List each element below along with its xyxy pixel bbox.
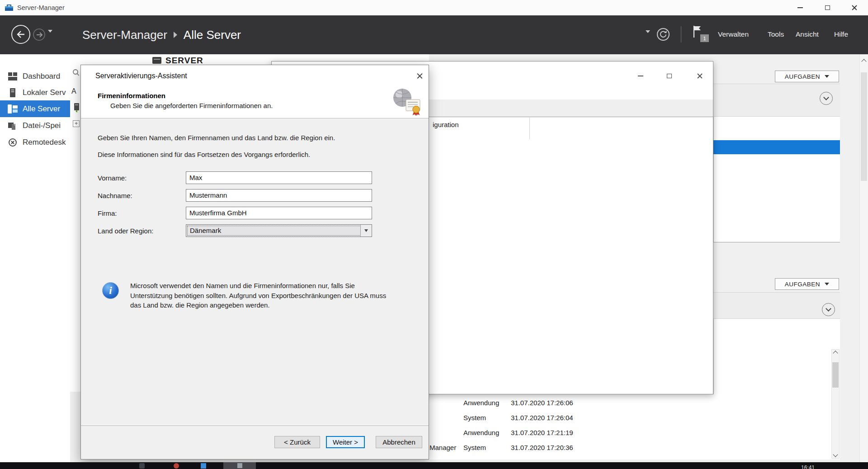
- server-heading-icon: [152, 57, 161, 64]
- chevron-up-icon: [861, 59, 866, 64]
- maximize-icon: [825, 5, 830, 10]
- breadcrumb-separator-icon: [174, 32, 177, 38]
- search-icon: [72, 69, 80, 79]
- scrollbar-thumb[interactable]: [861, 72, 867, 181]
- event-timestamp: 31.07.2020 17:21:19: [511, 429, 573, 437]
- minimize-icon: [797, 7, 803, 8]
- menu-ansicht[interactable]: Ansicht: [796, 30, 819, 39]
- info-text-line: das Land bzw. die Region angegeben werde…: [130, 300, 401, 310]
- tasks-button-label: AUFGABEN: [785, 73, 820, 80]
- tasks-button-lower[interactable]: AUFGABEN: [775, 278, 839, 290]
- selected-server-row[interactable]: [713, 140, 840, 154]
- chevron-down-icon: [364, 229, 368, 232]
- combo-dropdown-button[interactable]: [360, 225, 372, 237]
- sidebar-item-dashboard[interactable]: Dashboard: [0, 68, 70, 85]
- sidebar-item-label: Lokaler Serv: [23, 88, 66, 97]
- back-button[interactable]: [11, 25, 30, 44]
- event-timestamp: 31.07.2020 17:26:04: [511, 414, 573, 422]
- taskbar-app-icon[interactable]: [139, 463, 145, 469]
- events-panel-right: [713, 319, 840, 394]
- tasks-button-upper[interactable]: AUFGABEN: [775, 71, 839, 82]
- sidebar-item-remotedesktopdienste[interactable]: Remotedesk: [0, 134, 70, 151]
- forward-button[interactable]: [33, 28, 45, 41]
- refresh-button[interactable]: [656, 28, 670, 43]
- sidebar-item-label: Dashboard: [23, 72, 60, 81]
- dialog-heading: Firmeninformationen: [98, 92, 165, 99]
- event-prefix: Manager: [429, 444, 456, 452]
- taskbar-app-icon[interactable]: [174, 463, 179, 469]
- menu-verwalten[interactable]: Verwalten: [718, 30, 749, 39]
- breadcrumb: Server-Manager Alle Server: [82, 15, 241, 54]
- scroll-up-button[interactable]: [860, 54, 868, 63]
- panel-header-upper: [713, 84, 840, 117]
- scroll-down-button[interactable]: [832, 453, 839, 458]
- close-icon: [851, 5, 858, 11]
- minimize-button[interactable]: [633, 70, 648, 82]
- taskbar-clock[interactable]: 16:41: [801, 464, 815, 469]
- event-timestamp: 31.07.2020 17:26:06: [511, 399, 573, 407]
- scrollbar-thumb[interactable]: [832, 362, 839, 388]
- server-section-heading: SERVER: [165, 56, 203, 65]
- info-text-line: Unterstützung benötigen sollten. Aufgrun…: [130, 291, 401, 301]
- certificate-icon: [391, 87, 423, 119]
- maximize-button[interactable]: [814, 0, 841, 15]
- event-source: Anwendung: [463, 399, 499, 407]
- chevron-down-icon: [48, 30, 52, 40]
- firstname-label: Vorname:: [98, 174, 127, 182]
- collapse-button[interactable]: [820, 92, 833, 105]
- occluded-text-fragment: A: [71, 87, 76, 95]
- notification-count-badge[interactable]: 1: [700, 34, 709, 42]
- sidebar-item-lokaler-server[interactable]: Lokaler Serv: [0, 84, 70, 101]
- refresh-icon: [656, 28, 670, 41]
- lastname-field[interactable]: Mustermann: [186, 189, 372, 202]
- event-source: System: [463, 444, 486, 452]
- firstname-field[interactable]: Max: [186, 171, 372, 184]
- server-activation-wizard-dialog: Serveraktivierungs-Assistent Firmeninfor…: [80, 65, 429, 460]
- menu-hilfe[interactable]: Hilfe: [834, 30, 848, 39]
- close-button[interactable]: [692, 70, 708, 82]
- header-separator: [81, 118, 429, 119]
- all-servers-icon: [7, 104, 18, 114]
- breadcrumb-current[interactable]: Alle Server: [184, 28, 241, 42]
- maximize-icon: [667, 74, 672, 78]
- taskbar-active-app-button[interactable]: [223, 462, 256, 469]
- scroll-up-button[interactable]: [832, 350, 839, 355]
- maximize-button[interactable]: [661, 70, 677, 82]
- event-source: Anwendung: [463, 429, 499, 437]
- close-button[interactable]: [841, 0, 868, 15]
- cancel-button[interactable]: Abbrechen: [376, 436, 422, 448]
- sidebar-item-alle-server[interactable]: Alle Server: [0, 100, 70, 117]
- events-scrollbar[interactable]: [831, 349, 840, 459]
- minimize-button[interactable]: [787, 0, 814, 15]
- breadcrumb-root[interactable]: Server-Manager: [82, 28, 167, 42]
- next-button[interactable]: Weiter >: [326, 436, 365, 448]
- event-timestamp: 31.07.2020 17:20:36: [511, 444, 573, 452]
- info-text: Microsoft verwendet den Namen und die Fi…: [130, 281, 401, 310]
- back-arrow-icon: [15, 29, 26, 39]
- window-title: Server-Manager: [17, 0, 65, 15]
- dialog-close-button[interactable]: [410, 65, 429, 86]
- info-icon: i: [102, 282, 119, 299]
- sidebar-item-label: Datei-/Spei: [23, 121, 61, 130]
- collapse-button[interactable]: [822, 303, 835, 316]
- sidebar-item-datei-speicherdienste[interactable]: Datei-/Spei: [0, 117, 70, 134]
- expand-plus-icon[interactable]: +: [73, 120, 80, 127]
- chevron-up-icon: [833, 351, 838, 355]
- header-dropdown-caret[interactable]: [646, 33, 650, 41]
- country-select[interactable]: Dänemark: [186, 224, 372, 237]
- nav-history-dropdown[interactable]: [48, 33, 52, 41]
- main-scrollbar[interactable]: [859, 54, 868, 462]
- menu-tools[interactable]: Tools: [768, 30, 784, 39]
- server-list-panel: [713, 117, 840, 242]
- sidebar-item-label: Alle Server: [23, 104, 60, 114]
- taskbar-app-icon[interactable]: [201, 463, 206, 469]
- taskbar-app-icon: [237, 463, 242, 468]
- column-divider: [529, 118, 530, 139]
- sidebar-item-label: Remotedesk: [23, 138, 66, 147]
- company-field[interactable]: Musterfirma GmbH: [186, 207, 372, 219]
- chevron-down-icon: [826, 306, 831, 312]
- header-divider: [681, 26, 681, 43]
- close-icon: [697, 73, 703, 79]
- forward-arrow-icon: [36, 32, 43, 38]
- back-button[interactable]: < Zurück: [274, 436, 320, 448]
